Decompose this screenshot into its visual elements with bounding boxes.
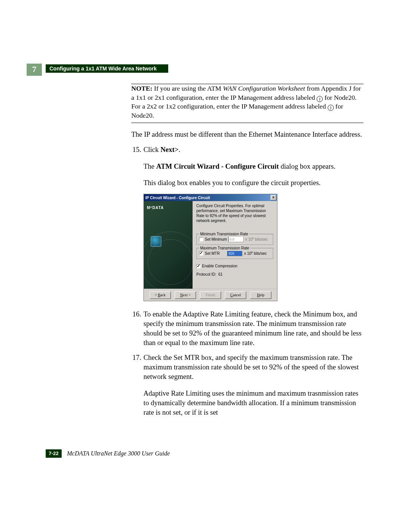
note-italic: WAN Configuration Worksheet	[223, 85, 305, 92]
step-17-text: Check the Set MTR box, and specify the m…	[143, 353, 363, 382]
step-15-result: The ATM Circuit Wizard - Configure Circu…	[143, 162, 363, 171]
min-rate-unit: x 106 bits/sec	[245, 236, 268, 242]
min-rate-group: Minimum Transmission Rate Set Minimum 0.…	[196, 234, 273, 245]
page-number: 7-22	[46, 449, 62, 458]
min-rate-input[interactable]: 0.0	[228, 236, 244, 242]
mcdata-logo: McDATA	[144, 201, 193, 214]
guide-title: McDATA UltraNet Edge 3000 User Guide	[67, 450, 170, 457]
dialog-sidebar: McDATA	[144, 201, 193, 289]
set-mtr-label: Set MTR	[205, 251, 220, 256]
min-rate-legend: Minimum Transmission Rate	[199, 232, 249, 237]
dialog-main: Configure Circuit Properties. For optima…	[193, 201, 277, 289]
next-button[interactable]: Next >	[175, 291, 196, 299]
set-mtr-checkbox[interactable]	[199, 251, 203, 256]
help-button[interactable]: Help	[250, 291, 271, 299]
dialog-titlebar: IP Circuit Wizard - Configure Circuit ×	[144, 194, 277, 201]
note-prefix: NOTE:	[131, 85, 152, 92]
step-17: 17. Check the Set MTR box, and specify t…	[131, 353, 363, 382]
step-17-continued: Adaptive Rate Limiting uses the minimum …	[143, 389, 363, 417]
chapter-number: 7	[27, 64, 42, 76]
max-rate-unit: x 106 bits/sec	[244, 251, 267, 256]
max-rate-legend: Maximum Transmission Rate	[199, 246, 250, 251]
dialog-title: IP Circuit Wizard - Configure Circuit	[145, 195, 271, 201]
enable-compression-checkbox[interactable]	[196, 264, 201, 268]
mtr-input[interactable]: 920	[227, 251, 242, 256]
step-number: 16.	[131, 310, 141, 348]
page-footer: 7-22 McDATA UltraNet Edge 3000 User Guid…	[46, 448, 170, 459]
circle-j-marker: J	[328, 105, 334, 111]
set-minimum-checkbox[interactable]	[199, 237, 203, 241]
note-block: NOTE: If you are using the ATM WAN Confi…	[131, 84, 363, 123]
protocol-id-row: Protocol ID: 61	[196, 272, 273, 277]
back-button[interactable]: < Back	[150, 291, 171, 299]
circle-i-marker: I	[317, 96, 323, 102]
close-icon[interactable]: ×	[271, 195, 276, 200]
note-text-1a: If you are using the ATM	[152, 85, 223, 92]
section-title: Configuring a 1x1 ATM Wide Area Network	[46, 64, 168, 73]
ip-address-paragraph: The IP address must be different than th…	[131, 130, 363, 139]
dialog-instructions: Configure Circuit Properties. For optima…	[196, 203, 273, 223]
note-text-1c: for Node20.	[323, 94, 357, 101]
step-number: 15.	[131, 145, 141, 155]
step-15-hint: This dialog box enables you to configure…	[143, 178, 363, 188]
content-column: NOTE: If you are using the ATM WAN Confi…	[131, 84, 363, 423]
cancel-button[interactable]: Cancel	[225, 291, 246, 299]
page-header: 7 Configuring a 1x1 ATM Wide Area Networ…	[27, 64, 364, 76]
step-15-bold: Next>	[161, 146, 179, 153]
finish-button[interactable]: Finish	[200, 291, 221, 299]
step-16-text: To enable the Adaptive Rate Limiting fea…	[143, 310, 363, 348]
enable-compression-label: Enable Compression	[202, 264, 237, 269]
step-15-post: .	[178, 146, 180, 153]
step-number: 17.	[131, 353, 141, 382]
dialog-figure: IP Circuit Wizard - Configure Circuit × …	[143, 194, 277, 301]
step-16: 16. To enable the Adaptive Rate Limiting…	[131, 310, 363, 348]
step-15: 15. Click Next>.	[131, 145, 363, 155]
set-minimum-label: Set Minimum	[205, 237, 227, 242]
step-15-pre: Click	[143, 146, 161, 153]
max-rate-group: Maximum Transmission Rate Set MTR 920 x …	[196, 248, 273, 259]
note-text-2a: For a 2x2 or 1x2 configuration, enter th…	[131, 102, 328, 110]
